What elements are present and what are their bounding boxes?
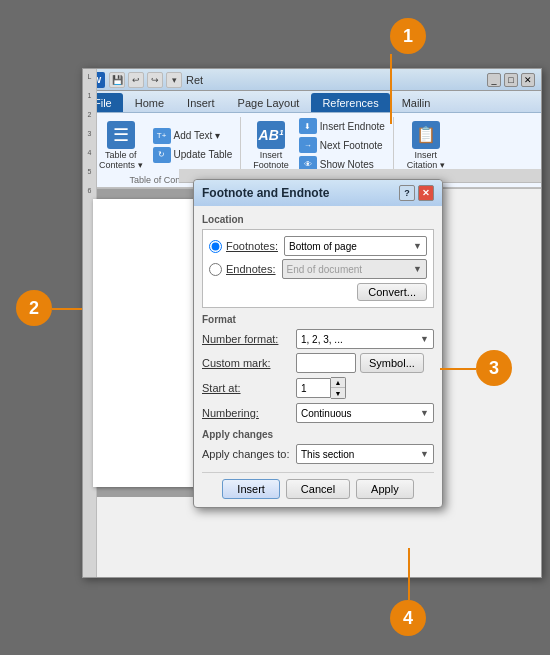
insert-citation-label: InsertCitation ▾ bbox=[407, 150, 445, 170]
tab-home[interactable]: Home bbox=[124, 93, 175, 112]
location-label: Location bbox=[202, 214, 434, 225]
endnotes-value: End of document bbox=[287, 264, 363, 275]
badge-3: 3 bbox=[476, 350, 512, 386]
number-format-row: Number format: 1, 2, 3, ... ▼ bbox=[202, 329, 434, 349]
maximize-btn[interactable]: □ bbox=[504, 73, 518, 87]
apply-changes-label: Apply changes bbox=[202, 429, 434, 440]
insert-citation-btn[interactable]: 📋 InsertCitation ▾ bbox=[403, 119, 449, 172]
footnotes-group-content: AB¹ InsertFootnote ⬇ Insert Endnote → Ne… bbox=[249, 117, 387, 173]
custom-mark-input[interactable] bbox=[296, 353, 356, 373]
custom-mark-row: Custom mark: Symbol... bbox=[202, 353, 434, 373]
spin-down-btn[interactable]: ▼ bbox=[331, 388, 345, 398]
tab-insert[interactable]: Insert bbox=[176, 93, 226, 112]
tab-bar: File Home Insert Page Layout References … bbox=[83, 91, 541, 113]
ruler-mark-5: 5 bbox=[88, 168, 92, 175]
insert-citation-icon: 📋 bbox=[412, 121, 440, 149]
undo-qs-btn[interactable]: ↩ bbox=[128, 72, 144, 88]
location-section: Footnotes: Bottom of page ▼ Endnotes: En… bbox=[202, 229, 434, 308]
number-format-value: 1, 2, 3, ... bbox=[301, 334, 343, 345]
tab-references[interactable]: References bbox=[311, 93, 389, 112]
insert-btn[interactable]: Insert bbox=[222, 479, 280, 499]
citations-group-content: 📋 InsertCitation ▾ bbox=[403, 117, 449, 173]
format-section: Format Number format: 1, 2, 3, ... ▼ Cus… bbox=[202, 314, 434, 423]
footnotes-radio[interactable] bbox=[209, 240, 222, 253]
custom-mark-label: Custom mark: bbox=[202, 357, 292, 369]
dialog-title-text: Footnote and Endnote bbox=[202, 186, 329, 200]
spinner-controls: ▲ ▼ bbox=[331, 377, 346, 399]
badge-4: 4 bbox=[390, 600, 426, 636]
convert-btn[interactable]: Convert... bbox=[357, 283, 427, 301]
word-window: W 💾 ↩ ↪ ▾ Ret _ □ ✕ File Home Insert Pag… bbox=[82, 68, 542, 578]
table-of-contents-btn[interactable]: ☰ Table ofContents ▾ bbox=[95, 119, 147, 172]
title-controls: _ □ ✕ bbox=[487, 73, 535, 87]
redo-qs-btn[interactable]: ↪ bbox=[147, 72, 163, 88]
number-format-dropdown[interactable]: 1, 2, 3, ... ▼ bbox=[296, 329, 434, 349]
tab-page-layout[interactable]: Page Layout bbox=[227, 93, 311, 112]
dialog-footer: Insert Cancel Apply bbox=[202, 472, 434, 499]
minimize-btn[interactable]: _ bbox=[487, 73, 501, 87]
numbering-row: Numbering: Continuous ▼ bbox=[202, 403, 434, 423]
toc-small-buttons: T+ Add Text ▾ ↻ Update Table bbox=[151, 127, 235, 164]
insert-footnote-label: InsertFootnote bbox=[253, 150, 289, 170]
tab-mailings[interactable]: Mailin bbox=[391, 93, 442, 112]
ruler-mark-3: 3 bbox=[88, 130, 92, 137]
dialog-help-btn[interactable]: ? bbox=[399, 185, 415, 201]
toc-label: Table ofContents ▾ bbox=[99, 150, 143, 170]
next-footnote-btn[interactable]: → Next Footnote bbox=[297, 136, 387, 154]
toc-group-content: ☰ Table ofContents ▾ T+ Add Text ▾ ↻ Upd… bbox=[95, 117, 234, 173]
footnotes-dropdown[interactable]: Bottom of page ▼ bbox=[284, 236, 427, 256]
close-btn[interactable]: ✕ bbox=[521, 73, 535, 87]
apply-to-dropdown[interactable]: This section ▼ bbox=[296, 444, 434, 464]
cancel-btn[interactable]: Cancel bbox=[286, 479, 350, 499]
footnotes-small-buttons: ⬇ Insert Endnote → Next Footnote 👁 Show … bbox=[297, 117, 387, 173]
badge-2: 2 bbox=[16, 290, 52, 326]
title-bar: W 💾 ↩ ↪ ▾ Ret _ □ ✕ bbox=[83, 69, 541, 91]
dialog-close-btn[interactable]: ✕ bbox=[418, 185, 434, 201]
footnotes-radio-label: Footnotes: bbox=[226, 240, 278, 252]
start-at-input[interactable] bbox=[296, 378, 331, 398]
numbering-arrow: ▼ bbox=[420, 408, 429, 418]
apply-to-value: This section bbox=[301, 449, 354, 460]
next-footnote-icon: → bbox=[299, 137, 317, 153]
start-at-spinner: ▲ ▼ bbox=[296, 377, 346, 399]
ruler-mark-l: L bbox=[88, 73, 92, 80]
numbering-dropdown[interactable]: Continuous ▼ bbox=[296, 403, 434, 423]
ruler-mark-4: 4 bbox=[88, 149, 92, 156]
dialog-title-controls: ? ✕ bbox=[399, 185, 434, 201]
endnotes-dropdown[interactable]: End of document ▼ bbox=[282, 259, 427, 279]
line-badge4 bbox=[408, 548, 410, 600]
endnotes-radio[interactable] bbox=[209, 263, 222, 276]
insert-endnote-btn[interactable]: ⬇ Insert Endnote bbox=[297, 117, 387, 135]
toc-icon: ☰ bbox=[107, 121, 135, 149]
customize-qs-btn[interactable]: ▾ bbox=[166, 72, 182, 88]
update-table-icon: ↻ bbox=[153, 147, 171, 163]
add-text-btn[interactable]: T+ Add Text ▾ bbox=[151, 127, 235, 145]
number-format-label: Number format: bbox=[202, 333, 292, 345]
symbol-btn[interactable]: Symbol... bbox=[360, 353, 424, 373]
update-table-btn[interactable]: ↻ Update Table bbox=[151, 146, 235, 164]
insert-footnote-btn[interactable]: AB¹ InsertFootnote bbox=[249, 119, 293, 172]
line-badge1 bbox=[390, 54, 392, 124]
numbering-value: Continuous bbox=[301, 408, 352, 419]
insert-footnote-icon: AB¹ bbox=[257, 121, 285, 149]
apply-btn[interactable]: Apply bbox=[356, 479, 414, 499]
endnotes-radio-row: Endnotes: End of document ▼ bbox=[209, 259, 427, 279]
spin-up-btn[interactable]: ▲ bbox=[331, 378, 345, 388]
footnotes-dropdown-arrow: ▼ bbox=[413, 241, 422, 251]
footnotes-radio-row: Footnotes: Bottom of page ▼ bbox=[209, 236, 427, 256]
insert-endnote-icon: ⬇ bbox=[299, 118, 317, 134]
footnotes-value: Bottom of page bbox=[289, 241, 357, 252]
start-at-label: Start at: bbox=[202, 382, 292, 394]
format-label: Format bbox=[202, 314, 434, 325]
save-qs-btn[interactable]: 💾 bbox=[109, 72, 125, 88]
line-badge2 bbox=[52, 308, 82, 310]
ruler-mark-1: 1 bbox=[88, 92, 92, 99]
number-format-arrow: ▼ bbox=[420, 334, 429, 344]
dialog-title-bar: Footnote and Endnote ? ✕ bbox=[194, 180, 442, 206]
endnotes-dropdown-arrow: ▼ bbox=[413, 264, 422, 274]
apply-changes-section: Apply changes Apply changes to: This sec… bbox=[202, 429, 434, 464]
footnote-endnote-dialog: Footnote and Endnote ? ✕ Location Footno… bbox=[193, 179, 443, 508]
line-badge3 bbox=[440, 368, 476, 370]
numbering-label: Numbering: bbox=[202, 407, 292, 419]
ruler-mark-6: 6 bbox=[88, 187, 92, 194]
